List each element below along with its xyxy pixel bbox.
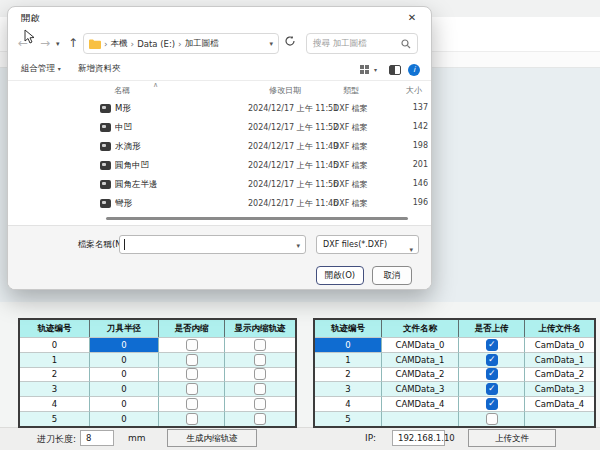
track-id-cell[interactable]: 0 [315,337,382,352]
view-mode-icon[interactable] [360,65,370,75]
breadcrumb-item-drive[interactable]: Data (E:) [137,39,175,49]
search-input[interactable]: 搜尋 加工圖檔 [306,33,418,54]
new-folder-button[interactable]: 新增資料夾 [78,63,121,75]
tool-radius-cell[interactable]: 0 [90,367,159,382]
file-name-cell[interactable]: CAMData_3 [382,381,459,396]
upload-checkbox[interactable] [486,413,498,425]
tool-radius-cell[interactable]: 0 [90,352,159,367]
column-header-type[interactable]: 類型 [343,85,359,96]
show-inset-checkbox[interactable] [254,339,266,351]
folder-icon [89,39,101,49]
show-inset-checkbox[interactable] [254,383,266,395]
file-row[interactable]: 水滴形 2024/12/17 上午 11:49 DXF 檔案 198 [8,137,431,156]
tool-radius-cell[interactable]: 0 [90,396,159,411]
breadcrumb-caret-icon[interactable]: ▾ [269,40,273,48]
file-name-cell[interactable] [382,411,459,426]
track-id-cell[interactable]: 0 [20,337,90,352]
track-id-cell[interactable]: 5 [20,411,90,426]
dialog-footer: 檔案名稱(N): ▾ DXF files(*.DXF) ▾ 開啟(O) 取消 [8,225,431,290]
table-row: 3 CAMData_3 CamData_3 [315,381,594,396]
file-name-cell[interactable]: CAMData_4 [382,396,459,411]
upload-checkbox[interactable] [486,368,498,380]
column-header-name[interactable]: 名稱 [114,85,130,96]
file-name-cell[interactable]: CAMData_0 [382,337,459,352]
file-row[interactable]: 圓角中凹 2024/12/17 上午 11:45 DXF 檔案 201 [8,156,431,175]
filename-combo-caret-icon[interactable]: ▾ [296,242,300,250]
track-id-cell[interactable]: 3 [20,381,90,396]
upload-checkbox[interactable] [486,398,498,410]
inset-checkbox[interactable] [186,413,198,425]
feed-unit-label: mm [128,433,146,443]
close-icon[interactable]: ✕ [404,10,420,26]
upload-checkbox[interactable] [486,339,498,351]
breadcrumb-item-this-pc[interactable]: 本機 [111,38,128,50]
track-id-cell[interactable]: 2 [315,367,382,382]
upload-name-cell[interactable]: CamData_1 [525,352,594,367]
organize-menu[interactable]: 組合管理 ▾ [21,63,61,75]
track-id-cell[interactable]: 1 [20,352,90,367]
upload-name-cell[interactable]: CamData_3 [525,381,594,396]
upload-checkbox[interactable] [486,354,498,366]
show-inset-checkbox[interactable] [254,413,266,425]
cancel-button[interactable]: 取消 [372,266,412,285]
inset-checkbox[interactable] [186,354,198,366]
breadcrumb[interactable]: › 本機 › Data (E:) › 加工圖檔 ▾ [83,33,279,54]
breadcrumb-item-folder[interactable]: 加工圖檔 [185,38,219,50]
upload-name-cell[interactable] [525,411,594,426]
upload-file-button[interactable]: 上传文件 [468,429,556,447]
table-header-row: 轨迹编号 刀具半径 是否内缩 显示内缩轨迹 [20,320,295,337]
track-id-cell[interactable]: 5 [315,411,382,426]
ip-label: IP: [365,433,376,443]
inset-checkbox[interactable] [186,398,198,410]
tool-radius-cell[interactable]: 0 [90,381,159,396]
tool-radius-cell[interactable]: 0 [90,411,159,426]
column-header-modified[interactable]: 修改日期 [269,85,301,96]
track-id-cell[interactable]: 4 [20,396,90,411]
refresh-icon[interactable] [284,35,300,51]
upload-files-table: 轨迹编号 文件名称 是否上传 上传文件名 0 CAMData_0 CamData… [313,318,596,428]
file-modified: 2024/12/17 上午 11:51 [248,103,334,114]
feed-length-input[interactable]: 8 [80,430,114,446]
dialog-titlebar[interactable]: 開啟 ✕ [8,7,431,29]
up-icon[interactable]: ↑ [68,36,78,50]
inset-checkbox[interactable] [186,339,198,351]
track-id-cell[interactable]: 3 [315,381,382,396]
horizontal-scrollbar[interactable] [106,217,408,220]
table-row: 2 0 [20,367,295,382]
file-name-cell[interactable]: CAMData_1 [382,352,459,367]
ip-input[interactable]: 192.168.1.10 [392,430,445,446]
open-button[interactable]: 開啟(O) [316,266,364,285]
track-id-cell[interactable]: 1 [315,352,382,367]
upload-name-cell[interactable]: CamData_0 [525,337,594,352]
filetype-select[interactable]: DXF files(*.DXF) ▾ [316,235,419,254]
view-mode-caret-icon[interactable]: ▾ [374,66,377,73]
info-icon[interactable]: i [408,64,420,76]
show-inset-checkbox[interactable] [254,368,266,380]
file-size: 137 [393,103,428,112]
upload-name-cell[interactable]: CamData_4 [525,396,594,411]
inset-cell [159,367,225,382]
preview-pane-icon[interactable] [389,65,401,75]
show-inset-checkbox[interactable] [254,354,266,366]
file-row[interactable]: M形 2024/12/17 上午 11:51 DXF 檔案 137 [8,99,431,118]
show-inset-cell [225,396,295,411]
upload-name-cell[interactable]: CamData_2 [525,367,594,382]
show-inset-checkbox[interactable] [254,398,266,410]
track-id-cell[interactable]: 2 [20,367,90,382]
sort-ascending-icon: ∧ [153,81,158,89]
column-header-size[interactable]: 大小 [406,85,422,96]
upload-checkbox[interactable] [486,383,498,395]
track-id-cell[interactable]: 4 [315,396,382,411]
table-row: 1 0 [20,352,295,367]
inset-checkbox[interactable] [186,383,198,395]
file-row[interactable]: 中凹 2024/12/17 上午 11:52 DXF 檔案 142 [8,118,431,137]
filename-input[interactable]: ▾ [119,235,306,254]
tool-radius-cell[interactable]: 0 [90,337,159,352]
generate-inset-track-button[interactable]: 生成内缩轨迹 [167,429,257,447]
file-row[interactable]: 彎形 2024/12/17 上午 11:46 DXF 檔案 196 [8,194,431,213]
file-row[interactable]: 圓角左半邊 2024/12/17 上午 11:56 DXF 檔案 146 [8,175,431,194]
forward-icon[interactable]: → [40,36,50,50]
file-name-cell[interactable]: CAMData_2 [382,367,459,382]
recent-locations-caret-icon[interactable]: ▾ [56,40,60,48]
inset-checkbox[interactable] [186,368,198,380]
